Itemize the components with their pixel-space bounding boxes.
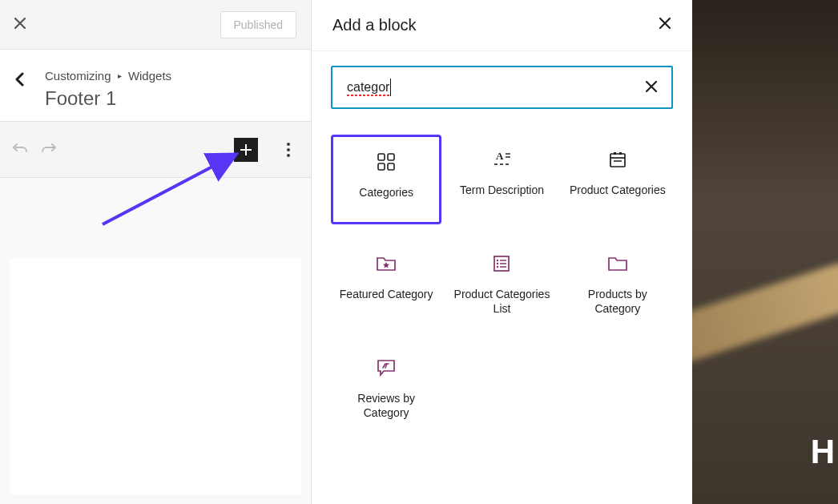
- svg-rect-13: [614, 152, 616, 155]
- svg-rect-3: [378, 163, 385, 170]
- block-label: Product Categories List: [451, 287, 552, 316]
- product-categories-icon: [609, 146, 626, 173]
- add-block-panel: Add a block categor Categori: [312, 0, 692, 504]
- block-tile-reviews-by-category[interactable]: Reviews by Category: [331, 343, 441, 433]
- block-label: Featured Category: [340, 287, 433, 301]
- featured-category-icon: [376, 250, 397, 277]
- svg-text:A: A: [496, 151, 504, 162]
- block-tile-categories[interactable]: Categories: [331, 135, 441, 224]
- add-block-header: Add a block: [312, 0, 692, 51]
- breadcrumb-leaf: Widgets: [128, 69, 171, 83]
- svg-rect-1: [378, 154, 385, 160]
- block-label: Categories: [359, 185, 413, 200]
- widget-canvas[interactable]: [10, 258, 301, 494]
- more-options-button[interactable]: [279, 143, 298, 157]
- redo-button[interactable]: [42, 141, 56, 158]
- svg-point-19: [497, 263, 498, 264]
- add-block-title: Add a block: [332, 16, 417, 34]
- block-tile-product-categories[interactable]: Product Categories: [562, 135, 673, 224]
- text-caret-icon: [390, 79, 391, 96]
- block-search-input[interactable]: categor: [331, 66, 673, 109]
- svg-rect-11: [610, 154, 625, 167]
- svg-rect-2: [388, 154, 394, 160]
- customizer-panel: Published Customizing ▸ Widgets Footer 1: [0, 0, 312, 504]
- breadcrumb-path: Customizing ▸ Widgets: [45, 69, 171, 83]
- product-categories-list-icon: [493, 250, 510, 277]
- breadcrumb-root: Customizing: [45, 69, 111, 83]
- products-by-category-icon: [607, 250, 628, 277]
- add-block-button[interactable]: [234, 138, 258, 162]
- term-description-icon: A: [491, 146, 512, 173]
- search-wrap: categor: [312, 51, 692, 115]
- block-label: Product Categories: [570, 183, 666, 197]
- site-preview: H: [692, 0, 838, 504]
- reviews-by-category-icon: [377, 354, 396, 381]
- block-tile-term-description[interactable]: A Term Description: [446, 135, 557, 224]
- block-tile-products-by-category[interactable]: Products by Category: [562, 239, 673, 329]
- preview-letter: H: [811, 433, 833, 471]
- svg-point-21: [497, 266, 498, 268]
- customizer-topbar: Published: [0, 0, 311, 50]
- editor-toolbar: [0, 122, 311, 178]
- breadcrumb: Customizing ▸ Widgets Footer 1: [0, 50, 311, 122]
- search-value: categor: [347, 80, 389, 95]
- close-add-block-button[interactable]: [659, 17, 671, 34]
- publish-button[interactable]: Published: [220, 11, 297, 38]
- svg-rect-14: [619, 152, 622, 155]
- block-label: Reviews by Category: [336, 391, 437, 420]
- back-button[interactable]: [14, 72, 26, 91]
- breadcrumb-separator-icon: ▸: [118, 71, 122, 80]
- block-tile-product-categories-list[interactable]: Product Categories List: [446, 239, 557, 329]
- blocks-grid: Categories A Term Description: [312, 115, 692, 452]
- section-title: Footer 1: [45, 87, 171, 110]
- undo-button[interactable]: [13, 141, 27, 158]
- clear-search-button[interactable]: [646, 79, 657, 96]
- close-customizer-button[interactable]: [14, 18, 26, 32]
- categories-icon: [377, 148, 395, 175]
- block-label: Products by Category: [567, 287, 668, 316]
- block-label: Term Description: [460, 183, 544, 197]
- block-tile-featured-category[interactable]: Featured Category: [331, 239, 441, 329]
- svg-point-17: [497, 260, 498, 261]
- svg-rect-4: [388, 163, 394, 170]
